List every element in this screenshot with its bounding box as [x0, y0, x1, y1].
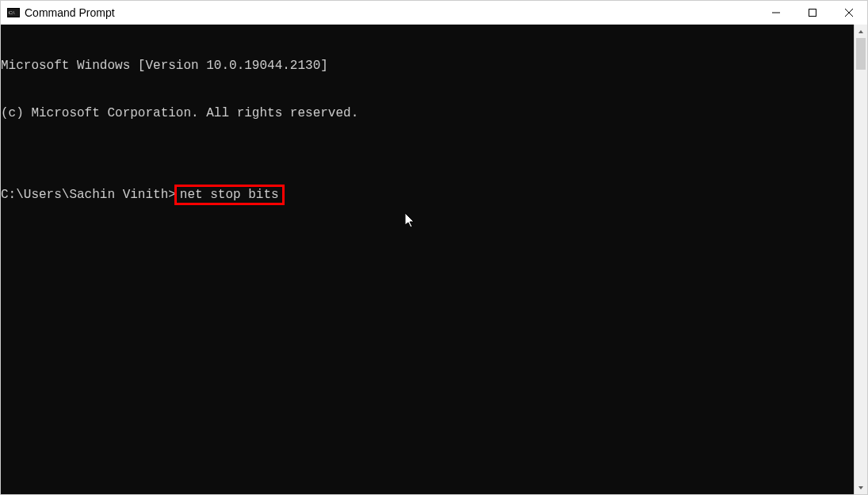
- scroll-up-arrow[interactable]: [855, 25, 867, 38]
- copyright-line: (c) Microsoft Corporation. All rights re…: [1, 105, 854, 121]
- terminal-output[interactable]: Microsoft Windows [Version 10.0.19044.21…: [1, 25, 854, 494]
- svg-marker-8: [858, 486, 863, 489]
- close-button[interactable]: [831, 1, 867, 25]
- scroll-down-arrow[interactable]: [855, 481, 867, 494]
- typed-command: net stop bits: [180, 188, 279, 202]
- command-highlight: net stop bits: [174, 185, 285, 205]
- titlebar[interactable]: C:\ Command Prompt: [1, 1, 867, 25]
- minimize-button[interactable]: [758, 1, 794, 25]
- svg-marker-7: [858, 30, 863, 33]
- scroll-track[interactable]: [855, 38, 867, 481]
- svg-rect-4: [809, 10, 816, 17]
- command-prompt-window: C:\ Command Prompt Microsoft Windows [Ve…: [0, 0, 868, 495]
- prompt-path: C:\Users\Sachin Vinith>: [1, 187, 176, 203]
- svg-text:C:\: C:\: [9, 10, 15, 15]
- version-line: Microsoft Windows [Version 10.0.19044.21…: [1, 58, 854, 74]
- scroll-thumb[interactable]: [856, 38, 866, 70]
- prompt-line: C:\Users\Sachin Vinith>net stop bits: [1, 185, 854, 205]
- maximize-button[interactable]: [794, 1, 831, 25]
- client-area: Microsoft Windows [Version 10.0.19044.21…: [1, 25, 867, 494]
- window-title: Command Prompt: [25, 6, 115, 19]
- app-icon: C:\: [7, 6, 20, 19]
- vertical-scrollbar[interactable]: [854, 25, 867, 494]
